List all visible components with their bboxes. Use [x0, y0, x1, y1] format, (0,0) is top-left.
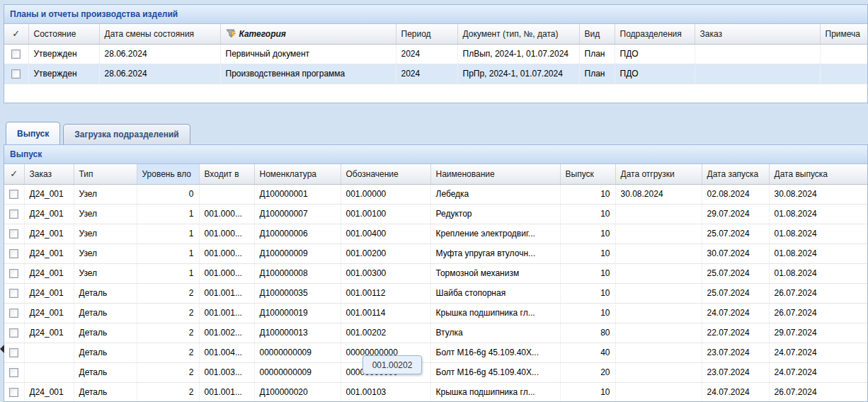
cell[interactable]: 10: [560, 204, 615, 224]
cell[interactable]: 001.00300: [341, 263, 430, 283]
cell[interactable]: 001.000...: [199, 204, 254, 224]
cell[interactable]: 23.07.2024: [702, 362, 769, 382]
cell[interactable]: 001.00100: [341, 204, 430, 224]
column-header[interactable]: Выпуск: [560, 164, 615, 184]
cell[interactable]: 10: [560, 263, 615, 283]
cell[interactable]: 10: [560, 303, 615, 323]
cell[interactable]: 28.06.2024: [99, 64, 220, 84]
cell[interactable]: 40: [560, 343, 615, 362]
row-checkbox[interactable]: [9, 388, 18, 397]
cell[interactable]: [615, 204, 702, 224]
cell[interactable]: [24, 343, 74, 362]
column-header[interactable]: Номенклатура: [254, 164, 341, 184]
cell[interactable]: 001.00202: [341, 323, 430, 343]
cell[interactable]: Д24_001: [24, 184, 74, 204]
cell[interactable]: Д100000013: [254, 323, 341, 343]
row-checkbox[interactable]: [9, 190, 18, 199]
cell[interactable]: 001.001...: [199, 303, 254, 323]
cell[interactable]: Узел: [74, 184, 137, 204]
row-checkbox-cell[interactable]: [4, 323, 24, 343]
cell[interactable]: 001.004...: [199, 343, 254, 362]
table-row[interactable]: Д24_001Узел1001.000...Д100000006001.0040…: [4, 224, 868, 243]
row-checkbox-cell[interactable]: [4, 224, 24, 243]
cell[interactable]: План: [579, 64, 615, 84]
cell[interactable]: 28.06.2024: [99, 44, 220, 64]
cell[interactable]: Утвержден: [28, 44, 99, 64]
cell[interactable]: 001.000...: [199, 243, 254, 263]
cell[interactable]: 24.07.2024: [702, 382, 769, 402]
column-header[interactable]: Обозначение: [341, 164, 430, 184]
cell[interactable]: Д24_001: [24, 382, 74, 402]
cell[interactable]: Деталь: [74, 283, 137, 303]
cell[interactable]: Деталь: [74, 382, 137, 402]
row-checkbox[interactable]: [9, 289, 18, 298]
column-header[interactable]: Дата запуска: [702, 164, 769, 184]
cell[interactable]: 001.000...: [199, 263, 254, 283]
cell[interactable]: 001.00200: [341, 243, 430, 263]
cell[interactable]: 001.003...: [199, 362, 254, 382]
table-row[interactable]: Деталь2001.003...0000000000900000000000Б…: [4, 362, 868, 382]
row-checkbox-cell[interactable]: [4, 283, 24, 303]
column-header[interactable]: Дата выпуска: [769, 164, 868, 184]
cell[interactable]: 01.08.2024: [769, 263, 868, 283]
select-all-header[interactable]: ✓: [4, 24, 28, 44]
cell[interactable]: Д100000007: [254, 204, 341, 224]
row-checkbox-cell[interactable]: [4, 382, 24, 402]
cell[interactable]: Первичный документ: [220, 44, 396, 64]
cell[interactable]: 2: [137, 323, 199, 343]
cell[interactable]: 24.07.2024: [702, 303, 769, 323]
cell[interactable]: 00000000009: [254, 343, 341, 362]
cell[interactable]: Д100000001: [254, 184, 341, 204]
cell[interactable]: Муфта упругая втулочн...: [430, 243, 560, 263]
row-checkbox[interactable]: [9, 209, 18, 219]
cell[interactable]: [24, 362, 74, 382]
cell[interactable]: ПДО: [615, 64, 695, 84]
cell[interactable]: Деталь: [74, 343, 137, 362]
cell[interactable]: Крышка подшипника гл...: [430, 303, 560, 323]
cell[interactable]: 1: [137, 263, 199, 283]
cell[interactable]: Д100000020: [254, 382, 341, 402]
cell[interactable]: Втулка: [430, 323, 560, 343]
cell[interactable]: 1: [137, 224, 199, 243]
row-checkbox[interactable]: [9, 328, 18, 338]
cell[interactable]: 30.07.2024: [702, 243, 769, 263]
cell[interactable]: 22.07.2024: [702, 323, 769, 343]
cell[interactable]: [199, 184, 254, 204]
cell[interactable]: 10: [560, 224, 615, 243]
cell[interactable]: План: [579, 44, 615, 64]
column-header[interactable]: Период: [396, 24, 457, 44]
table-row[interactable]: Д24_001Деталь2001.002...Д100000013001.00…: [4, 323, 868, 343]
cell[interactable]: 26.07.2024: [769, 382, 868, 402]
cell[interactable]: ПДО: [615, 44, 695, 64]
cell[interactable]: 2024: [396, 64, 457, 84]
row-checkbox-cell[interactable]: [4, 64, 28, 84]
cell[interactable]: Тормозной механизм: [430, 263, 560, 283]
cell[interactable]: [615, 362, 702, 382]
cell[interactable]: 001.00103: [341, 382, 430, 402]
column-header[interactable]: Документ (тип, №, дата): [457, 24, 579, 44]
cell[interactable]: Производственная программа: [220, 64, 396, 84]
cell[interactable]: [820, 64, 868, 84]
cell[interactable]: 001.001...: [199, 382, 254, 402]
cell[interactable]: 00000000009: [254, 362, 341, 382]
cell[interactable]: 001.00112: [341, 283, 430, 303]
cell[interactable]: Утвержден: [28, 64, 99, 84]
cell[interactable]: [615, 263, 702, 283]
row-checkbox-cell[interactable]: [4, 44, 28, 64]
cell[interactable]: 001.00400: [341, 224, 430, 243]
cell[interactable]: Узел: [74, 263, 137, 283]
table-row[interactable]: Д24_001Узел0Д100000001001.00000Лебедка10…: [4, 184, 868, 204]
cell[interactable]: Узел: [74, 243, 137, 263]
cell[interactable]: 001.001...: [199, 283, 254, 303]
column-header[interactable]: Категория: [220, 24, 396, 44]
tab-output[interactable]: Выпуск: [6, 122, 60, 144]
select-all-header[interactable]: ✓: [4, 164, 24, 184]
cell[interactable]: [615, 303, 702, 323]
table-row[interactable]: Д24_001Деталь2001.001...Д100000019001.00…: [4, 303, 868, 323]
column-header[interactable]: Дата отгрузки: [615, 164, 702, 184]
cell[interactable]: Д100000008: [254, 263, 341, 283]
cell[interactable]: 10: [560, 184, 615, 204]
cell[interactable]: Болт М16-6g 45.109.40Х...: [430, 343, 560, 362]
cell[interactable]: 25.07.2024: [702, 224, 769, 243]
cell[interactable]: 26.07.2024: [769, 283, 868, 303]
